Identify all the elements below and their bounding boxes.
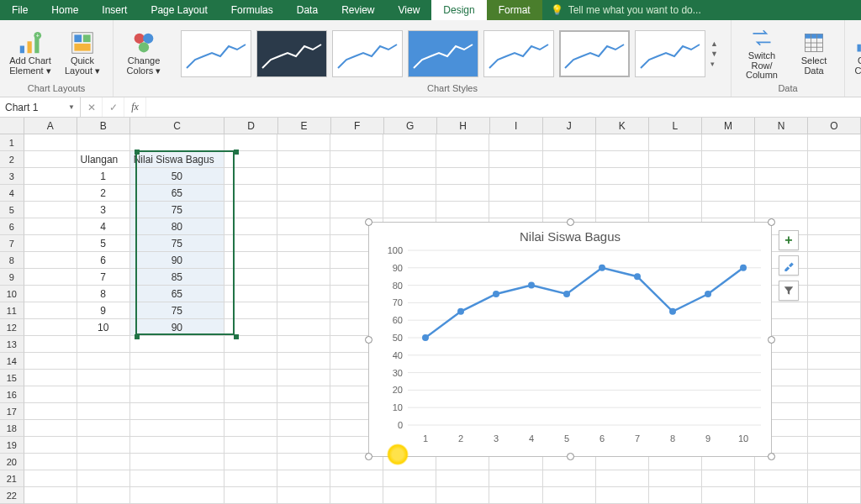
- cell-M22[interactable]: [702, 487, 755, 504]
- select-data-button[interactable]: Select Data: [790, 26, 837, 81]
- cell-E19[interactable]: [277, 437, 330, 454]
- row-header-11[interactable]: 11: [0, 302, 24, 319]
- cell-L5[interactable]: [649, 202, 702, 218]
- cell-J5[interactable]: [543, 202, 596, 218]
- cell-A9[interactable]: [24, 269, 77, 286]
- cell-D5[interactable]: [224, 202, 277, 218]
- cell-I5[interactable]: [489, 202, 542, 218]
- cell-I22[interactable]: [489, 487, 542, 504]
- chart-style-thumb-7[interactable]: [635, 30, 705, 77]
- chart-elements-button[interactable]: +: [779, 230, 799, 250]
- cell-A15[interactable]: [24, 370, 77, 386]
- cell-C8[interactable]: 90: [130, 252, 224, 269]
- cell-A20[interactable]: [24, 454, 77, 470]
- row-header-10[interactable]: 10: [0, 286, 24, 302]
- change-colors-button[interactable]: Change Colors ▾: [120, 26, 167, 81]
- cell-D1[interactable]: [224, 134, 277, 151]
- cell-J1[interactable]: [543, 134, 596, 151]
- cell-H5[interactable]: [436, 202, 489, 218]
- chart-handle-se[interactable]: [768, 453, 775, 460]
- col-header-I[interactable]: I: [490, 118, 543, 134]
- cell-B7[interactable]: 5: [77, 235, 130, 252]
- cell-A8[interactable]: [24, 252, 77, 269]
- quick-layout-button[interactable]: Quick Layout ▾: [59, 26, 106, 81]
- cell-E8[interactable]: [277, 252, 330, 269]
- cell-A11[interactable]: [24, 302, 77, 319]
- tab-review[interactable]: Review: [330, 0, 386, 20]
- change-chart-type-button[interactable]: Cha Chart: [852, 26, 861, 81]
- cell-D8[interactable]: [224, 252, 277, 269]
- cell-B19[interactable]: [77, 437, 130, 454]
- tab-formulas[interactable]: Formulas: [219, 0, 285, 20]
- cell-K1[interactable]: [596, 134, 649, 151]
- cell-E9[interactable]: [277, 269, 330, 286]
- cell-D3[interactable]: [224, 168, 277, 185]
- cell-B16[interactable]: [77, 386, 130, 403]
- cell-E6[interactable]: [277, 218, 330, 235]
- cell-K3[interactable]: [596, 168, 649, 185]
- cell-I3[interactable]: [489, 168, 542, 185]
- cell-G5[interactable]: [383, 202, 436, 218]
- cell-L21[interactable]: [649, 470, 702, 487]
- cell-D6[interactable]: [224, 218, 277, 235]
- cell-E2[interactable]: [277, 151, 330, 168]
- cell-C2[interactable]: Nilai Siswa Bagus: [130, 151, 224, 168]
- cell-F5[interactable]: [330, 202, 383, 218]
- cell-B14[interactable]: [77, 353, 130, 370]
- cell-A10[interactable]: [24, 286, 77, 302]
- cell-D9[interactable]: [224, 269, 277, 286]
- row-header-1[interactable]: 1: [0, 134, 24, 151]
- cell-A2[interactable]: [24, 151, 77, 168]
- chart-style-thumb-3[interactable]: [332, 30, 403, 77]
- cell-E10[interactable]: [277, 286, 330, 302]
- cell-H4[interactable]: [436, 185, 489, 202]
- cell-B12[interactable]: 10: [77, 319, 130, 336]
- cell-J3[interactable]: [543, 168, 596, 185]
- cell-L2[interactable]: [649, 151, 702, 168]
- row-header-15[interactable]: 15: [0, 370, 24, 386]
- tab-data[interactable]: Data: [285, 0, 330, 20]
- cell-D18[interactable]: [224, 420, 277, 437]
- chart-handle-nw[interactable]: [365, 218, 372, 226]
- cell-B13[interactable]: [77, 336, 130, 353]
- cell-G22[interactable]: [383, 487, 436, 504]
- cell-C13[interactable]: [130, 336, 224, 353]
- cell-H1[interactable]: [436, 134, 489, 151]
- cell-B3[interactable]: 1: [77, 168, 130, 185]
- cell-N5[interactable]: [755, 202, 808, 218]
- cell-B15[interactable]: [77, 370, 130, 386]
- cell-B8[interactable]: 6: [77, 252, 130, 269]
- cell-E11[interactable]: [277, 302, 330, 319]
- cell-C19[interactable]: [130, 437, 224, 454]
- cell-I21[interactable]: [489, 470, 542, 487]
- chart-styles-button[interactable]: [779, 255, 799, 276]
- cell-C11[interactable]: 75: [130, 302, 224, 319]
- chart-style-thumb-4[interactable]: [408, 30, 478, 77]
- cell-L3[interactable]: [649, 168, 702, 185]
- tab-file[interactable]: File: [0, 0, 40, 20]
- row-header-7[interactable]: 7: [0, 235, 24, 252]
- cell-J21[interactable]: [543, 470, 596, 487]
- col-header-F[interactable]: F: [331, 118, 384, 134]
- chart-style-thumb-1[interactable]: [181, 30, 251, 77]
- tab-format[interactable]: Format: [487, 0, 542, 20]
- cell-C6[interactable]: 80: [130, 218, 224, 235]
- cell-C14[interactable]: [130, 353, 224, 370]
- row-header-4[interactable]: 4: [0, 185, 24, 202]
- col-header-N[interactable]: N: [755, 118, 808, 134]
- cell-E17[interactable]: [277, 403, 330, 420]
- cell-D19[interactable]: [224, 437, 277, 454]
- cell-B20[interactable]: [77, 454, 130, 470]
- col-header-B[interactable]: B: [77, 118, 130, 134]
- cell-M4[interactable]: [702, 185, 755, 202]
- cell-K21[interactable]: [596, 470, 649, 487]
- cell-G1[interactable]: [383, 134, 436, 151]
- embedded-chart[interactable]: Nilai Siswa Bagus 0102030405060708090100…: [368, 222, 772, 457]
- cell-O6[interactable]: [808, 218, 861, 235]
- cell-A16[interactable]: [24, 386, 77, 403]
- col-header-J[interactable]: J: [543, 118, 596, 134]
- cell-A22[interactable]: [24, 487, 77, 504]
- row-header-18[interactable]: 18: [0, 420, 24, 437]
- row-header-17[interactable]: 17: [0, 403, 24, 420]
- cell-D13[interactable]: [224, 336, 277, 353]
